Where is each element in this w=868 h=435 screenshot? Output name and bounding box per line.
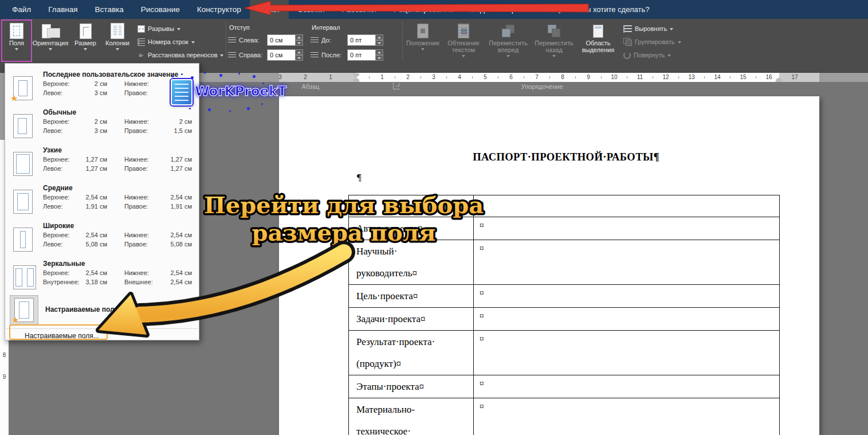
table-cell-label[interactable]: Задачи·проекта¤	[349, 308, 474, 331]
margins-preset-narrow[interactable]: Узкие Верхнее:1,27 смНижнее:1,27 см Лево…	[5, 144, 199, 181]
spray-dots-decoration	[172, 76, 174, 77]
spin-down-button[interactable]	[296, 40, 303, 46]
margins-preset-title: Узкие	[43, 146, 62, 154]
align-button[interactable]: Выровнять	[623, 23, 673, 34]
margin-label: Нижнее:	[124, 194, 160, 201]
document-page[interactable]: ПАСПОРТ·ПРОЕКТНОЙ·РАБОТЫ¶ ¶ ¤ Автор·прое…	[279, 96, 819, 435]
wrap-text-button[interactable]: Обтекание текстом	[442, 21, 485, 60]
table-cell-value[interactable]: ¤	[474, 375, 780, 398]
spin-up-button[interactable]	[376, 49, 383, 55]
tab-insert[interactable]: Вставка	[87, 0, 132, 19]
margins-preset-title: Средние	[43, 184, 73, 192]
margins-preset-title: Зеркальные	[43, 260, 85, 268]
table-cell-label[interactable]: Цель·проекта¤	[349, 285, 474, 308]
margin-label: Правое:	[124, 203, 160, 210]
ruler-number: 15	[739, 74, 747, 80]
custom-fields-icon-bg: ★	[10, 295, 38, 325]
margins-preset-moderate[interactable]: Средние Верхнее:2,54 смНижнее:2,54 см Ле…	[5, 182, 199, 218]
spin-up-button[interactable]	[296, 49, 303, 55]
yellow-arrow-annotation	[80, 236, 355, 351]
ruler-number: 8	[559, 74, 567, 80]
indent-section-label: Отступ	[229, 24, 250, 31]
group-objects-button[interactable]: Группировать	[623, 36, 681, 48]
ruler-number: 2	[404, 74, 412, 80]
orientation-button[interactable]: Ориентация	[31, 21, 70, 60]
table-row: Этапы·проекта¤ ¤	[349, 375, 780, 398]
margins-preset-icon	[13, 152, 33, 176]
send-backward-label-2: назад	[545, 46, 563, 53]
table-cell-label[interactable]: Материально-техническое·	[349, 398, 474, 435]
spin-down-button[interactable]	[376, 40, 383, 46]
table-cell-label[interactable]: Этапы·проекта¤	[349, 375, 474, 398]
table-cell-value[interactable]: ¤	[474, 331, 780, 375]
columns-icon	[111, 23, 124, 39]
spacing-before-spinner[interactable]: 0 пт	[347, 34, 383, 46]
indent-left-icon	[228, 37, 236, 44]
chevron-down-icon	[462, 55, 465, 57]
ruler-number: 5	[481, 74, 489, 80]
orientation-button-label: Ориентация	[33, 40, 68, 46]
table-cell-value[interactable]: ¤	[474, 240, 780, 285]
spin-up-button[interactable]	[296, 34, 303, 40]
send-backward-button[interactable]: Переместить назад	[532, 21, 576, 60]
table-cell-value[interactable]: ¤	[474, 285, 780, 308]
hyphenation-button[interactable]: Расстановка переносов	[138, 49, 223, 61]
spacing-before-value[interactable]: 0 пт	[347, 34, 376, 46]
ruler-number: 7	[533, 74, 541, 80]
margin-label: Левое:	[43, 127, 82, 134]
size-button[interactable]: Размер	[71, 21, 100, 60]
line-numbers-button[interactable]: Номера строк	[138, 36, 195, 48]
columns-button[interactable]: Колонки	[101, 21, 134, 60]
chevron-down-icon	[220, 54, 223, 57]
tab-draw[interactable]: Рисование	[132, 0, 188, 19]
margin-label: Левое:	[43, 203, 82, 210]
bring-forward-button[interactable]: Переместить вперед	[486, 21, 531, 60]
spacing-after-spinner[interactable]: 0 пт	[347, 49, 383, 61]
margin-label: Левое:	[43, 89, 82, 96]
group-separator	[402, 21, 403, 60]
ruler-number: 12	[662, 74, 670, 80]
spin-down-button[interactable]	[296, 55, 303, 61]
position-button[interactable]: Положение	[404, 21, 441, 60]
position-button-label: Положение	[406, 40, 439, 46]
rotate-button[interactable]: Повернуть	[623, 49, 671, 61]
margin-value: 1,91 см	[160, 203, 192, 210]
spacing-after-value[interactable]: 0 пт	[347, 49, 376, 61]
spin-down-button[interactable]	[376, 55, 383, 61]
table-cell-value[interactable]: ¤	[474, 195, 780, 217]
breaks-button[interactable]: Разрывы	[138, 23, 180, 34]
selection-pane-button[interactable]: Область выделения	[578, 21, 619, 60]
margin-label: Верхнее:	[43, 269, 82, 276]
group-separator	[226, 21, 226, 60]
table-cell-value[interactable]: ¤	[474, 398, 780, 435]
paragraph-dialog-launcher[interactable]	[393, 83, 400, 89]
table-cell-value[interactable]: ¤	[474, 217, 780, 240]
tab-home[interactable]: Главная	[40, 0, 86, 19]
table-row: Задачи·проекта¤ ¤	[349, 308, 780, 331]
indent-left-value[interactable]: 0 см	[267, 34, 296, 46]
table-row: Результат·проекта·(продукт)¤ ¤	[349, 331, 780, 375]
chevron-down-icon	[421, 48, 425, 50]
margins-preset-title: Обычные	[43, 108, 76, 116]
chevron-down-icon	[552, 55, 556, 57]
margins-preset-normal[interactable]: Обычные Верхнее:2 смНижнее:2 см Левое:3 …	[5, 106, 199, 143]
spin-up-button[interactable]	[376, 34, 383, 40]
tab-file[interactable]: Файл	[3, 0, 40, 19]
ruler-number: 3	[430, 74, 438, 80]
ruler-number: 16	[765, 74, 773, 80]
ruler-number: 17	[791, 74, 799, 80]
margins-preset-icon: ★	[13, 76, 33, 100]
margin-label: Верхнее:	[43, 156, 82, 163]
table-cell-value[interactable]: ¤	[474, 308, 780, 331]
document-title[interactable]: ПАСПОРТ·ПРОЕКТНОЙ·РАБОТЫ¶	[354, 151, 779, 163]
bring-forward-label-1: Переместить	[489, 40, 527, 46]
margin-value: 3 см	[82, 127, 107, 134]
margin-value: 1,91 см	[82, 203, 107, 210]
hyphenation-button-label: Расстановка переносов	[148, 52, 217, 58]
ruler-number: 8	[0, 352, 9, 358]
indent-right-spinner[interactable]: 0 см	[267, 49, 303, 61]
chevron-down-icon	[191, 41, 195, 44]
indent-right-value[interactable]: 0 см	[267, 49, 296, 61]
indent-left-spinner[interactable]: 0 см	[267, 34, 303, 46]
table-cell-label[interactable]: Результат·проекта·(продукт)¤	[349, 331, 474, 375]
